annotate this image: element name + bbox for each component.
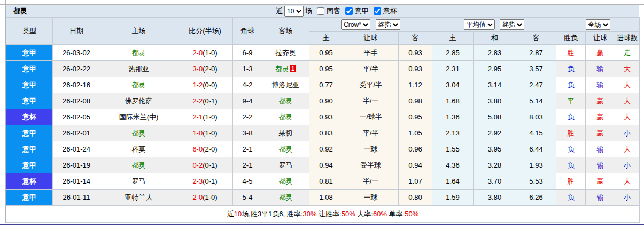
- recent-matches-panel: 都灵 近 10 场 同客 意甲 意杯 类型 日期 主场: [5, 5, 639, 223]
- halftime-score: (0-1): [203, 161, 217, 169]
- ah-line: 一球: [343, 141, 399, 157]
- table-row: 意杯26-02-05国际米兰(中)2-1(1-0)2-2都灵0.93一/球半0.…: [6, 109, 640, 125]
- halftime-score: (2-0): [203, 145, 217, 153]
- subheader-ah-line: 让球: [343, 32, 399, 45]
- date-cell: 26-01-11: [53, 190, 100, 206]
- corners-cell: 3-8: [233, 125, 262, 141]
- eu-away-odds: 2.87: [516, 45, 556, 61]
- eu-home-odds: 2.85: [432, 45, 474, 61]
- league-type-cell: 意甲: [6, 141, 53, 157]
- fulltime-score: 0-2: [192, 161, 203, 169]
- result-group-header: 全场: [556, 18, 640, 32]
- eu-company-select[interactable]: 平均值: [464, 19, 495, 30]
- away-team-cell: 都灵: [262, 93, 309, 109]
- top-tick: [5, 0, 6, 4]
- subheader-outcome: 胜负: [556, 32, 586, 45]
- away-team-cell: 罗马: [262, 157, 309, 173]
- ah-home-odds: 0.95: [309, 45, 343, 61]
- top-tick: [376, 0, 376, 4]
- away-team-cell: 都灵: [262, 173, 309, 190]
- col-header-date: 日期: [53, 18, 100, 45]
- eu-away-odds: 3.57: [516, 61, 556, 77]
- corners-cell: 2-1: [233, 157, 262, 173]
- eu-away-odds: 2.47: [516, 77, 556, 93]
- corners-cell: 1-3: [233, 61, 262, 77]
- ah-line: 平/半: [343, 61, 399, 77]
- halftime-score: (2-0): [203, 65, 217, 73]
- away-team-cell: 都灵: [262, 109, 309, 125]
- fulltime-score: 2-0: [192, 193, 203, 201]
- col-header-corner: 角球: [233, 18, 262, 45]
- eu-draw-odds: 3.80: [474, 93, 516, 109]
- table-row: 意甲26-03-02都灵2-0(1-0)6-9拉齐奥0.95平手0.932.85…: [6, 45, 640, 61]
- result-goals: 大: [615, 141, 640, 157]
- away-team-cell: 莱切: [262, 125, 309, 141]
- col-header-away: 客场: [262, 18, 309, 45]
- fulltime-score: 1-0: [192, 129, 203, 137]
- ah-away-odds: 1.05: [399, 125, 432, 141]
- corners-cell: 4-2: [233, 77, 262, 93]
- eu-home-odds: 1.55: [432, 141, 474, 157]
- live-badge: 1: [290, 65, 296, 72]
- ah-away-odds: 0.96: [399, 141, 432, 157]
- result-goals: 大: [615, 61, 640, 77]
- table-row: 意甲26-02-08佛罗伦萨2-2(0-1)9-4都灵0.90半/一0.981.…: [6, 93, 640, 109]
- eu-time-select[interactable]: 终指: [500, 19, 524, 30]
- subheader-handicap-result: 让球: [586, 32, 615, 45]
- eu-away-odds: 5.53: [516, 173, 556, 190]
- same-away-checkbox[interactable]: [317, 7, 324, 15]
- summary-segment: 50%: [342, 210, 355, 218]
- league-type-cell: 意甲: [6, 61, 53, 77]
- col-header-type: 类型: [6, 18, 53, 45]
- summary-segment: 大率:: [355, 210, 373, 218]
- result-goals: 小: [615, 157, 640, 173]
- eu-home-odds: 1.68: [432, 93, 474, 109]
- ah-line: 半/一: [343, 93, 399, 109]
- fulltime-score: 3-0: [192, 65, 203, 73]
- eu-draw-odds: 2.95: [474, 61, 516, 77]
- score-cell: 2-0(1-0): [177, 45, 233, 61]
- date-cell: 26-02-05: [53, 109, 100, 125]
- corners-cell: 2-1: [233, 141, 262, 157]
- league-type-cell: 意甲: [6, 93, 53, 109]
- league-type-cell: 意甲: [6, 125, 53, 141]
- ah-away-odds: 0.80: [399, 190, 432, 206]
- ah-company-select[interactable]: Crow*: [341, 19, 370, 30]
- result-outcome: 胜: [556, 45, 586, 61]
- table-row: 意甲26-01-24科莫6-0(2-0)2-1都灵0.92一球0.961.553…: [6, 141, 640, 157]
- serie-a-label: 意甲: [355, 6, 369, 16]
- result-handicap: 输: [586, 141, 615, 157]
- halftime-score: (1-0): [203, 49, 217, 57]
- result-handicap: 赢: [586, 93, 615, 109]
- table-row: 意杯26-01-14罗马2-3(0-1)4-5都灵0.81半/一1.071.64…: [6, 173, 640, 190]
- date-cell: 26-01-19: [53, 157, 100, 173]
- home-team-cell: 科莫: [100, 141, 177, 157]
- result-goals: 大: [615, 109, 640, 125]
- result-goals: 大: [615, 77, 640, 93]
- league-type-cell: 意甲: [6, 77, 53, 93]
- result-scope-select[interactable]: 全场: [586, 19, 610, 30]
- eu-draw-odds: 3.95: [474, 141, 516, 157]
- ah-time-select[interactable]: 终指: [376, 19, 400, 30]
- score-cell: 2-2(0-1): [177, 93, 233, 109]
- result-outcome: 负: [556, 190, 586, 206]
- ah-home-odds: 0.93: [309, 109, 343, 125]
- date-cell: 26-02-22: [53, 61, 100, 77]
- date-cell: 26-03-02: [53, 45, 100, 61]
- matches-count-select[interactable]: 10: [284, 6, 304, 17]
- result-outcome: 负: [556, 109, 586, 125]
- eu-draw-odds: 3.80: [474, 190, 516, 206]
- table-row: 意甲26-02-22热那亚3-0(2-0)1-3都灵10.95平/半0.932.…: [6, 61, 640, 77]
- result-outcome: 负: [556, 77, 586, 93]
- ah-away-odds: 0.95: [399, 109, 432, 125]
- coppa-italia-checkbox[interactable]: [374, 7, 381, 15]
- subheader-ah-away: 客: [399, 32, 432, 45]
- subheader-eu-away: 客: [516, 32, 556, 45]
- summary-segment: 单率:: [387, 210, 405, 218]
- result-goals: 走: [615, 45, 640, 61]
- corners-cell: 9-4: [233, 93, 262, 109]
- subheader-goals-result: 进球数: [615, 32, 640, 45]
- serie-a-checkbox[interactable]: [345, 7, 353, 15]
- ah-away-odds: 0.94: [399, 157, 432, 173]
- eu-draw-odds: 3.14: [474, 77, 516, 93]
